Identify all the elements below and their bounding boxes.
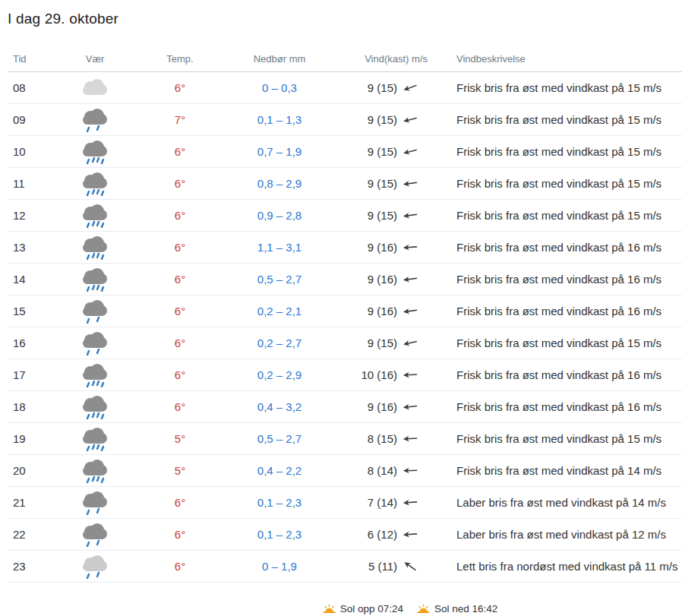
light-rain-icon [77, 489, 112, 516]
precipitation-cell: 0,4 – 3,2 [231, 400, 328, 413]
wind-direction-arrow-icon [403, 498, 418, 507]
rain-icon [77, 234, 112, 261]
weather-icon-cell [61, 202, 129, 229]
cloud-icon [77, 74, 112, 102]
precipitation-cell: 0 – 1,9 [231, 560, 328, 573]
temperature-cell: 6° [129, 400, 231, 413]
sunrise-label: Sol opp 07:24 [340, 603, 403, 614]
wind-description-cell: Frisk bris fra øst med vindkast på 15 m/… [456, 145, 682, 158]
precipitation-cell: 0,9 – 2,8 [231, 209, 328, 222]
wind-description-cell: Lett bris fra nordøst med vindkast på 11… [456, 560, 682, 573]
weather-forecast-page: I dag 29. oktober Tid Vær Temp. Nedbør m… [0, 0, 682, 614]
weather-icon-cell [61, 489, 129, 516]
weather-icon-cell [61, 521, 129, 548]
wind-description-cell: Frisk bris fra øst med vindkast på 15 m/… [456, 336, 682, 349]
table-row: 23 6° 0 – 1,9 5 (11) Lett bris fra nordø… [8, 551, 682, 583]
wind-description-cell: Laber bris fra øst med vindkast på 12 m/… [456, 528, 682, 541]
sunset-item: Sol ned 16:42 [417, 603, 497, 614]
table-row: 10 6° 0,7 – 1,9 9 (15) Frisk bris fra øs… [8, 136, 682, 168]
light-rain-icon [77, 106, 112, 134]
wind-direction-arrow-icon [402, 558, 419, 573]
wind-direction-arrow-icon [402, 402, 418, 412]
table-row: 11 6° 0,8 – 2,9 9 (15) Frisk bris fra øs… [8, 168, 682, 200]
time-cell: 08 [8, 81, 61, 94]
precipitation-cell: 0,5 – 2,7 [231, 432, 328, 445]
wind-direction-arrow-icon [402, 81, 419, 94]
precipitation-cell: 0,4 – 2,2 [231, 464, 328, 477]
precipitation-cell: 0,2 – 2,1 [231, 305, 328, 317]
wind-cell: 9 (16) [328, 305, 428, 317]
precipitation-cell: 0,1 – 2,3 [231, 528, 328, 541]
precipitation-cell: 0,2 – 2,9 [231, 368, 328, 381]
time-cell: 17 [8, 368, 61, 381]
wind-cell: 9 (15) [328, 145, 428, 158]
wind-cell: 7 (14) [328, 496, 428, 509]
precipitation-cell: 0,2 – 2,7 [231, 336, 328, 349]
table-row: 18 6° 0,4 – 3,2 9 (16) Frisk bris fra øs… [8, 391, 682, 423]
temperature-cell: 6° [129, 336, 231, 349]
wind-speed: 9 (16) [368, 305, 397, 317]
wind-speed: 10 (16) [361, 368, 397, 381]
sunrise-icon [323, 604, 336, 614]
weather-icon-cell [61, 330, 129, 357]
rain-icon [77, 457, 112, 485]
rain-icon [77, 170, 112, 197]
wind-cell: 9 (16) [328, 400, 428, 413]
table-row: 17 6° 0,2 – 2,9 10 (16) Frisk bris fra ø… [8, 359, 682, 391]
wind-cell: 9 (16) [328, 241, 428, 254]
column-header-precipitation: Nedbør mm [231, 53, 328, 65]
wind-description-cell: Frisk bris fra øst med vindkast på 15 m/… [456, 177, 682, 190]
time-cell: 09 [8, 113, 61, 126]
time-cell: 22 [8, 528, 61, 541]
wind-description-cell: Frisk bris fra øst med vindkast på 16 m/… [456, 305, 682, 317]
column-header-temperature: Temp. [129, 53, 231, 65]
table-row: 22 6° 0,1 – 2,3 6 (12) Laber bris fra øs… [8, 519, 682, 551]
time-cell: 15 [8, 305, 61, 317]
weather-icon-cell [61, 393, 129, 421]
forecast-table: Tid Vær Temp. Nedbør mm Vind(kast) m/s V… [8, 46, 682, 583]
wind-direction-arrow-icon [403, 434, 418, 443]
wind-direction-arrow-icon [402, 178, 418, 189]
wind-description-cell: Frisk bris fra øst med vindkast på 16 m/… [456, 241, 682, 254]
temperature-cell: 7° [129, 113, 231, 126]
temperature-cell: 6° [129, 305, 231, 317]
wind-description-cell: Frisk bris fra øst med vindkast på 14 m/… [456, 464, 682, 477]
temperature-cell: 6° [129, 177, 231, 190]
weather-icon-cell [61, 138, 129, 166]
wind-speed: 8 (15) [368, 432, 397, 445]
table-row: 09 7° 0,1 – 1,3 9 (15) Frisk bris fra øs… [8, 104, 682, 136]
table-row: 14 6° 0,5 – 2,7 9 (16) Frisk bris fra øs… [8, 264, 682, 295]
wind-speed: 9 (16) [368, 400, 397, 413]
wind-cell: 9 (15) [328, 177, 428, 190]
sunrise-item: Sol opp 07:24 [323, 603, 403, 614]
wind-direction-arrow-icon [402, 337, 418, 349]
table-row: 21 6° 0,1 – 2,3 7 (14) Laber bris fra øs… [8, 487, 682, 519]
wind-cell: 9 (15) [328, 113, 428, 126]
weather-icon-cell [61, 425, 129, 453]
page-title: I dag 29. oktober [8, 11, 682, 27]
temperature-cell: 5° [129, 432, 231, 445]
wind-speed: 9 (16) [368, 241, 397, 254]
table-row: 12 6° 0,9 – 2,8 9 (15) Frisk bris fra øs… [8, 200, 682, 232]
table-row: 19 5° 0,5 – 2,7 8 (15) Frisk bris fra øs… [8, 423, 682, 455]
time-cell: 18 [8, 400, 61, 413]
wind-description-cell: Frisk bris fra øst med vindkast på 15 m/… [456, 432, 682, 445]
precipitation-cell: 0,1 – 2,3 [231, 496, 328, 509]
wind-description-cell: Frisk bris fra øst med vindkast på 15 m/… [456, 209, 682, 222]
weather-icon-cell [61, 106, 129, 134]
wind-speed: 9 (15) [368, 209, 397, 222]
temperature-cell: 6° [129, 209, 231, 222]
temperature-cell: 5° [129, 464, 231, 477]
rain-icon [77, 425, 112, 453]
temperature-cell: 6° [129, 81, 231, 94]
rain-icon [77, 393, 112, 421]
wind-direction-arrow-icon [402, 210, 418, 221]
weather-icon-cell [61, 266, 129, 293]
weather-icon-cell [61, 298, 129, 325]
precipitation-cell: 1,1 – 3,1 [231, 241, 328, 254]
time-cell: 13 [8, 241, 61, 254]
weather-icon-cell [61, 74, 129, 102]
wind-cell: 6 (12) [328, 528, 428, 541]
wind-speed: 5 (11) [368, 560, 397, 573]
wind-speed: 8 (14) [368, 464, 397, 477]
